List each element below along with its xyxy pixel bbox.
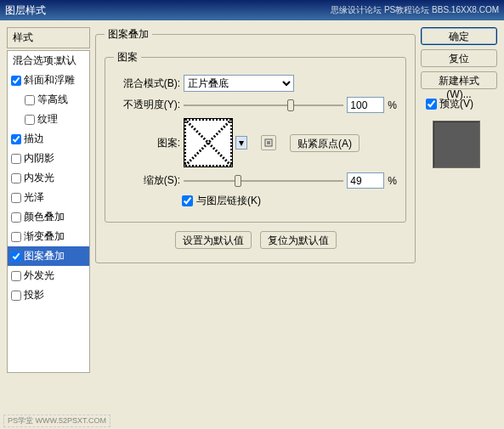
preview-check-row: 预览(V) [426, 97, 497, 111]
percent-label: % [388, 99, 397, 111]
sidebar-checkbox-8[interactable] [11, 232, 21, 242]
pattern-dropdown-icon[interactable]: ▾ [235, 136, 247, 150]
snap-origin-button[interactable]: 贴紧原点(A) [290, 134, 360, 152]
link-row: 与图层链接(K) [114, 194, 397, 208]
sidebar-item-3[interactable]: 描边 [8, 129, 89, 149]
sidebar-item-0[interactable]: 斜面和浮雕 [8, 71, 89, 90]
right-column: 确定 复位 新建样式(W)... 预览(V) [421, 27, 497, 422]
sidebar-checkbox-7[interactable] [11, 212, 21, 223]
sidebar-blend-options[interactable]: 混合选项:默认 [8, 51, 89, 71]
sidebar-checkbox-2[interactable] [25, 115, 35, 125]
scale-label: 缩放(S): [114, 173, 180, 188]
opacity-slider[interactable] [184, 98, 343, 113]
preview-swatch [433, 121, 480, 168]
sidebar-label-10: 外发光 [24, 268, 54, 283]
sidebar-checkbox-6[interactable] [11, 193, 21, 203]
sidebar-item-7[interactable]: 颜色叠加 [8, 207, 89, 227]
ok-button[interactable]: 确定 [421, 27, 497, 45]
opacity-row: 不透明度(Y): % [114, 97, 397, 113]
pattern-overlay-group: 图案叠加 图案 混合模式(B): 正片叠底 不透明度(Y): [95, 27, 416, 263]
reset-default-button[interactable]: 复位为默认值 [260, 231, 337, 249]
window-title: 图层样式 [5, 0, 46, 20]
pattern-group: 图案 混合模式(B): 正片叠底 不透明度(Y): [105, 50, 406, 223]
outer-legend: 图案叠加 [105, 27, 152, 42]
blend-mode-select[interactable]: 正片叠底 [184, 75, 294, 92]
preview-checkbox[interactable] [426, 99, 437, 110]
percent-label-2: % [388, 175, 397, 187]
svg-rect-4 [267, 141, 270, 144]
defaults-row: 设置为默认值 复位为默认值 [105, 231, 406, 249]
link-layer-checkbox[interactable] [182, 195, 193, 206]
sidebar-checkbox-0[interactable] [11, 76, 21, 86]
sidebar-label-3: 描边 [24, 132, 44, 146]
pattern-label: 图案: [114, 136, 180, 150]
new-style-button[interactable]: 新建样式(W)... [421, 71, 497, 89]
sidebar-checkbox-4[interactable] [11, 154, 21, 164]
sidebar-item-10[interactable]: 外发光 [8, 266, 89, 285]
sidebar-item-8[interactable]: 渐变叠加 [8, 227, 89, 246]
sidebar-checkbox-9[interactable] [11, 251, 21, 262]
pattern-row: 图案: ▾ [114, 118, 397, 167]
sidebar-item-4[interactable]: 内阴影 [8, 149, 89, 168]
title-bar: 图层样式 思缘设计论坛 PS教程论坛 BBS.16XX8.COM [0, 0, 504, 20]
sidebar-item-1[interactable]: 等高线 [8, 90, 89, 110]
scale-slider[interactable] [184, 173, 343, 189]
sidebar-label-7: 颜色叠加 [24, 210, 65, 224]
sidebar-label-11: 投影 [24, 288, 44, 302]
opacity-input[interactable] [347, 97, 384, 113]
set-default-button[interactable]: 设置为默认值 [175, 231, 252, 249]
sidebar-label-8: 渐变叠加 [24, 229, 65, 244]
sidebar-label-4: 内阴影 [24, 151, 54, 166]
styles-sidebar: 样式 混合选项:默认 斜面和浮雕等高线纹理描边内阴影内发光光泽颜色叠加渐变叠加图… [7, 27, 90, 422]
sidebar-checkbox-3[interactable] [11, 134, 21, 144]
sidebar-label-1: 等高线 [37, 93, 68, 107]
sidebar-label-0: 斜面和浮雕 [24, 73, 75, 87]
dialog-body: 样式 混合选项:默认 斜面和浮雕等高线纹理描边内阴影内发光光泽颜色叠加渐变叠加图… [0, 20, 504, 429]
opacity-label: 不透明度(Y): [114, 98, 180, 112]
sidebar-checkbox-5[interactable] [11, 173, 21, 183]
sidebar-header: 样式 [7, 27, 90, 48]
sidebar-item-5[interactable]: 内发光 [8, 168, 89, 188]
inner-legend: 图案 [114, 50, 141, 65]
sidebar-item-9[interactable]: 图案叠加 [8, 246, 89, 266]
sidebar-list: 混合选项:默认 斜面和浮雕等高线纹理描边内阴影内发光光泽颜色叠加渐变叠加图案叠加… [7, 50, 90, 373]
svg-line-0 [184, 119, 232, 167]
sidebar-label-9: 图案叠加 [24, 249, 65, 263]
footer-watermark: PS学堂 WWW.52PSXT.COM [3, 415, 110, 427]
sidebar-label-2: 纹理 [37, 112, 58, 127]
blend-mode-label: 混合模式(B): [114, 76, 180, 91]
new-pattern-icon[interactable] [261, 135, 276, 150]
sidebar-label-6: 光泽 [24, 190, 44, 205]
watermark-text: 思缘设计论坛 PS教程论坛 BBS.16XX8.COM [331, 0, 499, 20]
sidebar-item-2[interactable]: 纹理 [8, 110, 89, 129]
sidebar-label-5: 内发光 [24, 171, 54, 185]
svg-line-1 [184, 119, 232, 167]
scale-row: 缩放(S): % [114, 172, 397, 189]
cancel-button[interactable]: 复位 [421, 49, 497, 67]
sidebar-item-11[interactable]: 投影 [8, 285, 89, 305]
link-layer-label: 与图层链接(K) [196, 194, 261, 208]
sidebar-checkbox-11[interactable] [11, 291, 21, 301]
scale-input[interactable] [347, 172, 384, 189]
sidebar-item-6[interactable]: 光泽 [8, 188, 89, 207]
blend-mode-row: 混合模式(B): 正片叠底 [114, 75, 397, 92]
sidebar-checkbox-10[interactable] [11, 271, 21, 281]
preview-label: 预览(V) [439, 97, 473, 111]
pattern-swatch[interactable] [184, 118, 233, 167]
sidebar-checkbox-1[interactable] [25, 95, 35, 105]
center-panel: 图案叠加 图案 混合模式(B): 正片叠底 不透明度(Y): [95, 27, 416, 422]
main-area: 图案叠加 图案 混合模式(B): 正片叠底 不透明度(Y): [95, 27, 497, 422]
